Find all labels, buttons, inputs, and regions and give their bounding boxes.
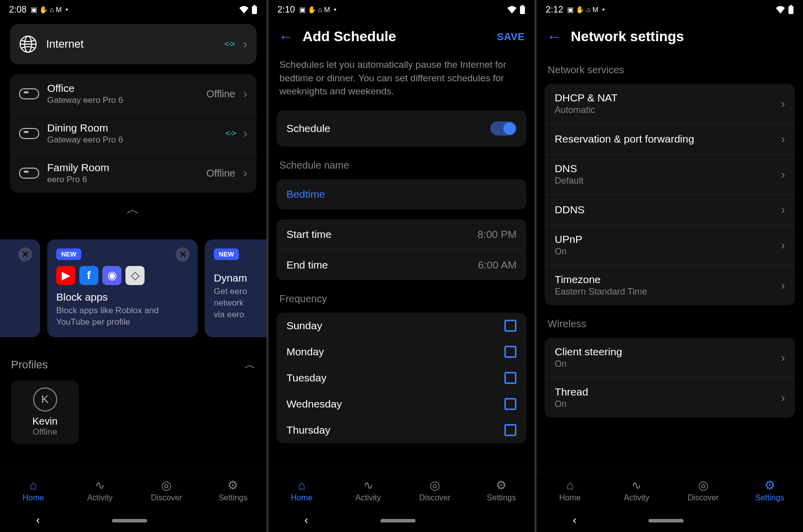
close-icon[interactable]: ✕ [176,247,190,261]
nav-activity[interactable]: ∿Activity [603,472,670,509]
setting-reservation-port-forwarding[interactable]: Reservation & port forwarding › [545,124,795,155]
nav-discover[interactable]: ◎Discover [670,472,737,509]
day-wednesday[interactable]: Wednesday [277,391,527,417]
profile-tile-kevin[interactable]: K Kevin Offline [11,380,79,444]
chevron-right-icon: › [781,351,785,365]
battery-icon [519,5,525,14]
router-row-office[interactable]: Office Gateway eero Pro 6 Offline › [10,74,256,114]
nav-activity[interactable]: ∿Activity [67,472,133,509]
setting-dhcp-nat[interactable]: DHCP & NATAutomatic › [545,84,795,124]
group-label-wireless: Wireless [537,308,803,335]
router-row-family[interactable]: Family Room eero Pro 6 Offline › [10,154,256,193]
home-icon: ⌂ [30,479,37,491]
router-name: Family Room [47,162,198,174]
compass-icon: ◎ [698,479,709,491]
nav-home[interactable]: ⌂Home [537,472,603,509]
back-icon[interactable]: ‹ [305,514,308,527]
svg-rect-7 [788,6,793,14]
globe-icon [19,35,37,53]
chevron-right-icon: › [243,126,247,141]
router-sub: eero Pro 6 [47,175,198,185]
schedule-toggle[interactable] [490,121,516,136]
discord-icon: ◉ [102,266,121,285]
nav-home[interactable]: ⌂Home [269,472,335,509]
internet-card[interactable]: Internet <··> › [10,24,256,64]
back-button[interactable]: ← [279,28,294,45]
router-row-dining[interactable]: Dining Room Gateway eero Pro 6 <··> › [10,114,256,154]
home-icon: ⌂ [566,479,574,491]
promo-card-block-apps[interactable]: NEW ✕ ▶ f ◉ ◇ Block apps Block apps like… [47,239,198,337]
nav-bar: ⌂Home ∿Activity ◎Discover ⚙Settings [0,472,266,509]
battery-icon [788,5,794,14]
home-pill[interactable] [648,519,684,522]
chevron-right-icon: › [243,166,247,180]
setting-upnp[interactable]: UPnPOn › [545,225,795,265]
setting-timezone[interactable]: TimezoneEastern Standard Time › [545,265,795,305]
chevron-right-icon: › [781,168,785,182]
status-right [238,5,257,14]
setting-client-steering[interactable]: Client steeringOn › [545,338,795,378]
checkbox[interactable] [504,320,516,332]
nav-settings[interactable]: ⚙Settings [736,472,803,509]
router-status: Offline [206,168,235,179]
nav-discover[interactable]: ◎Discover [401,472,468,509]
home-pill[interactable] [380,519,416,522]
checkbox[interactable] [504,372,516,384]
description: Schedules let you automatically pause th… [269,54,535,107]
setting-thread[interactable]: ThreadOn › [545,378,795,418]
promo-carousel[interactable]: ✕ ning o here NEW ✕ ▶ f ◉ ◇ Block apps B… [0,239,266,337]
new-badge: NEW [56,248,81,260]
chevron-right-icon: › [781,238,785,252]
checkbox[interactable] [504,346,516,358]
nav-home[interactable]: ⌂Home [0,472,67,509]
day-sunday[interactable]: Sunday [277,313,527,339]
promo-sub: ning o here [0,299,31,322]
chevron-right-icon: › [781,132,785,146]
day-thursday[interactable]: Thursday [277,417,527,443]
online-icon: <··> [225,129,235,138]
back-button[interactable]: ← [547,28,562,45]
profiles-header[interactable]: Profiles ︿ [0,337,266,380]
status-time: 2:10 [278,5,295,15]
end-label: End time [287,259,328,271]
day-monday[interactable]: Monday [277,339,527,365]
setting-dns[interactable]: DNSDefault › [545,155,795,195]
nav-activity[interactable]: ∿Activity [335,472,401,509]
collapse-button[interactable]: ︿ [0,198,266,224]
start-time-row[interactable]: Start time 8:00 PM [277,219,527,250]
status-right [506,5,525,14]
close-icon[interactable]: ✕ [18,247,32,261]
routers-card: Office Gateway eero Pro 6 Offline › Dini… [10,74,256,193]
system-nav: ‹ [0,509,266,532]
chevron-right-icon: › [781,279,785,293]
setting-ddns[interactable]: DDNS › [545,195,795,225]
checkbox[interactable] [504,424,516,436]
router-name: Office [47,82,198,94]
chevron-right-icon: › [781,203,785,217]
end-time-row[interactable]: End time 6:00 AM [277,250,527,280]
promo-card-partial-left[interactable]: ✕ ning o here [0,239,40,337]
status-icons: ▣ ✋ ⌂ M • [31,6,68,14]
frequency-card: Sunday Monday Tuesday Wednesday Thursday [277,313,527,443]
status-bar: 2:12 ▣ ✋ ⌂ M • [537,0,803,19]
schedule-name-input[interactable]: Bedtime [277,179,527,209]
back-icon[interactable]: ‹ [36,514,40,527]
network-services-card: DHCP & NATAutomatic › Reservation & port… [545,84,795,305]
router-status: Offline [206,88,235,100]
svg-rect-5 [520,6,525,14]
svg-rect-6 [521,5,523,7]
nav-settings[interactable]: ⚙Settings [468,472,535,509]
save-button[interactable]: SAVE [497,31,524,43]
profile-name: Kevin [18,416,72,427]
activity-icon: ∿ [95,479,105,491]
router-name: Dining Room [47,122,217,134]
home-pill[interactable] [112,519,147,522]
nav-settings[interactable]: ⚙Settings [200,472,266,509]
back-icon[interactable]: ‹ [573,514,576,527]
promo-card-partial-right[interactable]: NEW Dynam Get eero network via eero [205,239,266,337]
status-bar: 2:10 ▣ ✋ ⌂ M • [269,0,535,19]
status-icons: ▣ ✋ ⌂ M • [299,6,336,14]
day-tuesday[interactable]: Tuesday [277,365,527,391]
checkbox[interactable] [504,398,516,410]
nav-discover[interactable]: ◎Discover [133,472,200,509]
